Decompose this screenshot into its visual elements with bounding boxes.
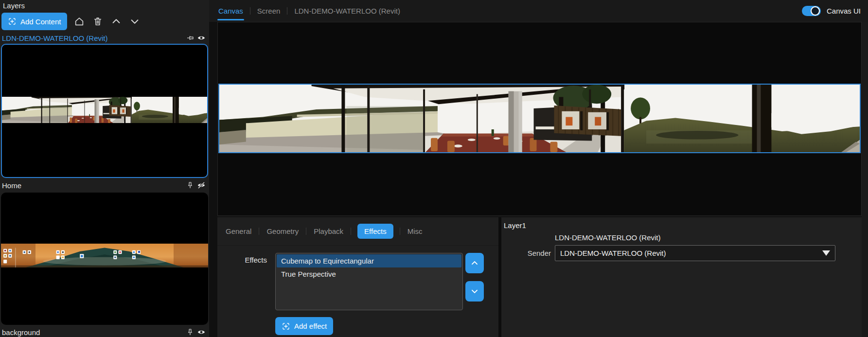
layer-thumbnail-image [2, 97, 207, 123]
chevron-down-icon [470, 286, 479, 296]
add-effect-label: Add effect [294, 322, 327, 330]
layer-thumbnail-image [1, 244, 208, 267]
add-content-button[interactable]: Add Content [1, 13, 67, 30]
chevron-up-icon [111, 16, 122, 27]
toggle-knob [811, 6, 820, 16]
layer-name: background [2, 328, 186, 337]
panorama-render [219, 85, 860, 152]
layer-name: LDN-DEMO-WATERLOO (Revit) [2, 34, 186, 42]
tab-screen[interactable]: Screen [256, 0, 282, 22]
right-edge-strip [862, 22, 868, 337]
selected-content-layer[interactable] [218, 84, 861, 153]
tab-geometry[interactable]: Geometry [266, 227, 300, 235]
chevron-up-icon [470, 258, 479, 268]
tab-ldn-demo-waterloo[interactable]: LDN-DEMO-WATERLOO (Revit) [293, 0, 401, 22]
pin-icon[interactable] [186, 328, 195, 337]
pin-icon[interactable] [186, 34, 195, 42]
add-icon [8, 17, 17, 26]
effects-row: Effects Cubemap to Equirectangular True … [217, 253, 498, 310]
layers-panel: Layers Add Content LDN-DEMO-WATERLOO (Re… [0, 0, 209, 337]
sender-row: Sender LDN-DEMO-WATERLOO (Revit) [501, 245, 862, 261]
tab-general[interactable]: General [225, 227, 252, 235]
home-icon [74, 16, 85, 27]
layer-thumbnail-home[interactable] [1, 193, 208, 325]
canvas-ui-toggle[interactable] [802, 6, 821, 16]
sender-source-name: LDN-DEMO-WATERLOO (Revit) [555, 233, 862, 242]
add-icon [282, 322, 290, 331]
move-layer-down-button[interactable] [128, 15, 141, 28]
layers-toolbar: Add Content [0, 12, 209, 31]
effect-item-cubemap-to-equirectangular[interactable]: Cubemap to Equirectangular [277, 254, 461, 267]
layer-item-background[interactable]: background [0, 326, 209, 337]
move-layer-up-button[interactable] [110, 15, 123, 28]
sender-dropdown[interactable]: LDN-DEMO-WATERLOO (Revit) [555, 245, 835, 261]
topbar-right: Canvas UI [802, 6, 868, 16]
move-effect-down-button[interactable] [465, 281, 484, 302]
eye-off-icon[interactable] [197, 181, 206, 190]
properties-panel: General Geometry Playback Effects Misc E… [217, 217, 498, 337]
effects-label: Effects [217, 253, 275, 264]
tab-divider [287, 7, 287, 15]
pin-icon[interactable] [186, 181, 195, 190]
canvas-ui-label: Canvas UI [827, 7, 861, 15]
move-effect-up-button[interactable] [465, 253, 484, 273]
top-tab-bar: Canvas Screen LDN-DEMO-WATERLOO (Revit) … [209, 0, 868, 22]
layer-item-home[interactable]: Home [0, 179, 209, 191]
layer-thumbnail-ldn-demo-waterloo[interactable] [1, 44, 208, 178]
add-effect-button[interactable]: Add effect [275, 317, 333, 335]
layer-item-ldn-demo-waterloo[interactable]: LDN-DEMO-WATERLOO (Revit) [0, 32, 209, 44]
layer-name: Home [2, 181, 186, 190]
tab-divider [400, 228, 400, 235]
home-button[interactable] [73, 15, 86, 28]
sender-label: Sender [501, 249, 555, 257]
sender-dropdown-value: LDN-DEMO-WATERLOO (Revit) [560, 249, 666, 257]
effects-list[interactable]: Cubemap to Equirectangular True Perspect… [275, 253, 463, 310]
add-content-label: Add Content [20, 18, 61, 26]
eye-icon[interactable] [197, 328, 206, 337]
tab-playback[interactable]: Playback [313, 227, 344, 235]
tab-canvas[interactable]: Canvas [217, 0, 244, 22]
tab-effects[interactable]: Effects [357, 224, 393, 239]
effects-reorder-buttons [465, 253, 484, 302]
tab-divider [250, 7, 250, 15]
canvas-viewport[interactable] [217, 22, 862, 216]
tab-divider [351, 228, 351, 235]
chevron-down-icon [129, 16, 140, 27]
tab-misc[interactable]: Misc [407, 227, 424, 235]
delete-layer-button[interactable] [91, 15, 104, 28]
effect-item-true-perspective[interactable]: True Perspective [277, 267, 461, 281]
caret-down-icon [822, 250, 830, 256]
layers-panel-title: Layers [0, 0, 209, 12]
app-window: Layers Add Content LDN-DEMO-WATERLOO (Re… [0, 0, 868, 337]
eye-icon[interactable] [197, 34, 206, 42]
tab-divider [259, 228, 259, 235]
tab-divider [306, 228, 306, 235]
properties-tab-bar: General Geometry Playback Effects Misc [217, 217, 498, 246]
trash-icon [92, 16, 103, 27]
layer-panel-title: Layer1 [504, 221, 862, 230]
layer-settings-panel: Layer1 LDN-DEMO-WATERLOO (Revit) Sender … [501, 217, 862, 337]
panel-divider-vertical [209, 22, 217, 337]
